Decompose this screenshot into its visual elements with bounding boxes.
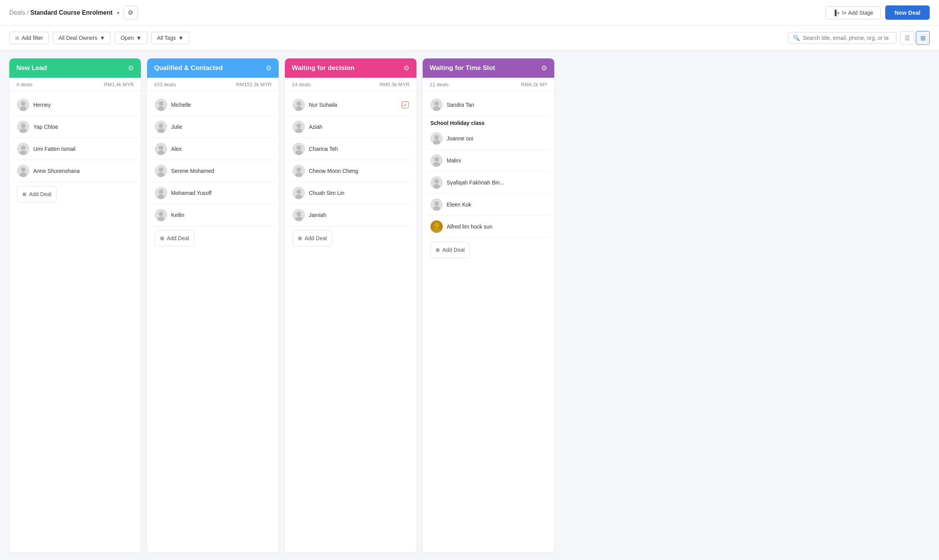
deal-card[interactable]: Anne Shurenshana xyxy=(14,160,136,182)
svg-point-56 xyxy=(433,162,440,167)
avatar xyxy=(155,187,167,199)
svg-point-23 xyxy=(158,172,164,177)
column-waiting-time-slot: Waiting for Time Slot ⚙ 11 deals RM4.2k … xyxy=(423,58,554,553)
deal-name: Nur Suhaila xyxy=(309,102,409,108)
column-new-lead: New Lead ⚙ 4 deals RM1.4k MYR HerneyYap … xyxy=(9,58,141,553)
breadcrumb-sep: / xyxy=(27,9,30,16)
deal-name: Sandra Tan xyxy=(447,102,547,108)
add-deal-icon: ⊕ xyxy=(22,191,27,197)
column-title: New Lead xyxy=(16,64,47,72)
column-body-qualified-contacted: MichelleJulieAlexSerene MohamedMohamad Y… xyxy=(147,91,279,553)
add-deal-button[interactable]: ⊕ Add Deal xyxy=(17,186,57,202)
svg-point-52 xyxy=(434,135,439,140)
avatar xyxy=(155,121,167,133)
add-deal-button[interactable]: ⊕ Add Deal xyxy=(155,230,194,246)
add-filter-button[interactable]: ⊞ Add filter xyxy=(9,32,49,44)
deal-card[interactable]: Herney xyxy=(14,94,136,116)
tags-filter[interactable]: All Tags ▼ xyxy=(151,32,190,44)
svg-point-41 xyxy=(295,172,302,177)
breadcrumb-title[interactable]: Standard Course Enrolment xyxy=(30,9,112,16)
status-filter[interactable]: Open ▼ xyxy=(115,32,147,44)
deal-card[interactable]: Alex xyxy=(152,138,274,160)
avatar xyxy=(155,99,167,111)
add-stage-label: I+ Add Stage xyxy=(842,10,874,16)
svg-point-26 xyxy=(158,195,164,199)
deal-card[interactable]: Charina Teh xyxy=(290,138,412,160)
deal-card[interactable]: Kellin xyxy=(152,204,274,226)
add-deal-button[interactable]: ⊕ Add Deal xyxy=(293,230,332,246)
filter-icon: ⊞ xyxy=(15,35,19,41)
column-gear-icon[interactable]: ⚙ xyxy=(128,64,134,72)
svg-point-31 xyxy=(296,101,301,106)
tags-filter-label: All Tags xyxy=(157,35,176,41)
avatar xyxy=(293,99,305,111)
list-view-button[interactable]: ☰ xyxy=(900,31,914,45)
deal-card[interactable]: Malini xyxy=(427,150,550,172)
add-deal-icon: ⊕ xyxy=(160,235,164,241)
board-view-button[interactable]: ⊞ xyxy=(916,31,930,45)
view-toggle: ☰ ⊞ xyxy=(900,31,930,45)
deal-name: Jamiah xyxy=(309,212,409,218)
deal-card[interactable]: Mohamad Yusoff xyxy=(152,182,274,204)
svg-point-16 xyxy=(159,123,163,128)
svg-point-40 xyxy=(296,167,301,172)
svg-point-28 xyxy=(159,212,163,216)
svg-point-58 xyxy=(434,179,439,184)
deals-count: 14 deals xyxy=(292,82,311,87)
add-deal-icon: ⊕ xyxy=(298,235,302,241)
svg-point-8 xyxy=(20,150,27,155)
breadcrumb-dropdown-icon[interactable]: ▼ xyxy=(116,10,120,16)
svg-point-32 xyxy=(295,106,302,111)
filter-bar: ⊞ Add filter All Deal Owners ▼ Open ▼ Al… xyxy=(0,26,939,51)
deal-card[interactable]: Jamiah xyxy=(290,204,412,226)
column-title: Qualified & Contacted xyxy=(154,64,223,72)
search-input[interactable] xyxy=(803,35,891,41)
deal-card[interactable]: Cheow Moon Cheng xyxy=(290,160,412,182)
svg-point-64 xyxy=(432,228,441,233)
svg-point-63 xyxy=(434,222,439,228)
deal-card[interactable]: Nur Suhaila✓ xyxy=(290,94,412,116)
deal-owners-filter[interactable]: All Deal Owners ▼ xyxy=(53,32,111,44)
svg-point-53 xyxy=(433,140,440,145)
deal-card[interactable]: Aziah xyxy=(290,116,412,138)
deal-card[interactable]: Serene Mohamed xyxy=(152,160,274,182)
deal-card[interactable]: Eleen Kok xyxy=(427,194,550,216)
svg-point-61 xyxy=(434,201,439,206)
add-deal-button[interactable]: ⊕ Add Deal xyxy=(430,242,470,258)
avatar xyxy=(17,143,29,155)
svg-point-19 xyxy=(159,145,163,150)
avatar xyxy=(293,143,305,155)
avatar xyxy=(17,99,29,111)
avatar xyxy=(430,220,443,233)
column-gear-icon[interactable]: ⚙ xyxy=(541,64,547,72)
deal-card[interactable]: Michelle xyxy=(152,94,274,116)
add-stage-button[interactable]: ▐+ I+ Add Stage xyxy=(826,6,881,19)
deals-count: 433 deals xyxy=(154,82,176,87)
deal-card[interactable]: Sandra Tan xyxy=(427,94,550,116)
column-gear-icon[interactable]: ⚙ xyxy=(403,64,410,72)
deal-card[interactable]: Yap Chloe xyxy=(14,116,136,138)
svg-point-59 xyxy=(433,184,440,189)
top-bar-actions: ▐+ I+ Add Stage New Deal xyxy=(826,5,930,20)
deal-checkbox[interactable]: ✓ xyxy=(402,101,409,108)
new-deal-button[interactable]: New Deal xyxy=(885,5,930,20)
deal-card[interactable]: Joanne ooi xyxy=(427,128,550,150)
deal-card[interactable]: Umi Fatten Ismail xyxy=(14,138,136,160)
search-box: 🔍 xyxy=(788,32,896,44)
deal-card[interactable]: Alfred lim hock sun xyxy=(427,216,550,238)
deal-name: Cheow Moon Cheng xyxy=(309,168,409,174)
svg-point-55 xyxy=(434,157,439,162)
deal-card[interactable]: Syafiqah Fakhriah Bin... xyxy=(427,172,550,194)
column-gear-icon[interactable]: ⚙ xyxy=(266,64,272,72)
deal-card[interactable]: Julie xyxy=(152,116,274,138)
settings-button[interactable]: ⚙ xyxy=(123,6,137,20)
column-title: Waiting for Time Slot xyxy=(430,64,495,72)
svg-point-2 xyxy=(20,106,27,111)
deal-name: Umi Fatten Ismail xyxy=(33,146,133,152)
avatar xyxy=(430,99,443,111)
deal-card[interactable]: Chuah Sim Lin xyxy=(290,182,412,204)
avatar xyxy=(430,198,443,211)
deal-name: Alex xyxy=(171,146,271,152)
deals-value: RM1.4k MYR xyxy=(104,82,134,87)
svg-point-49 xyxy=(434,101,439,106)
